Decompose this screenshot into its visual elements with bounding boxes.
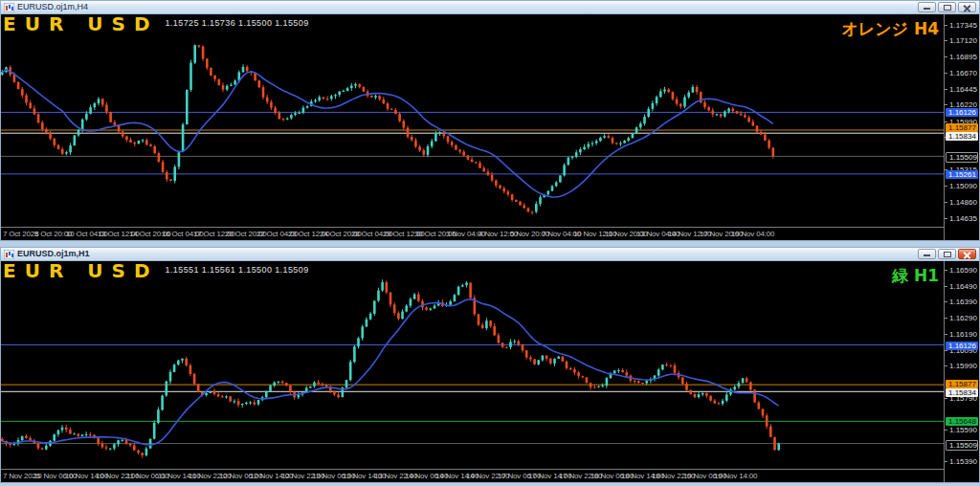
- candlestick-chart-h4: [1, 14, 944, 226]
- price-tick-label: 1.16445: [945, 86, 979, 94]
- window-controls: [918, 2, 976, 12]
- window-titlebar[interactable]: EURUSD.oj1m,H4: [1, 1, 979, 14]
- window-title: EURUSD.oj1m,H1: [17, 248, 90, 260]
- price-level-label: 1.15877: [946, 380, 978, 388]
- price-tick-label: 1.14635: [945, 215, 979, 223]
- price-tick-label: 1.15590: [945, 427, 979, 434]
- time-tick-label: 19 Nov 04:00: [731, 230, 774, 238]
- price-level-label: 1.16126: [946, 342, 978, 350]
- level-lines-layer: [1, 345, 944, 444]
- price-tick-label: 1.16670: [945, 70, 979, 77]
- chart-icon: [4, 250, 14, 259]
- close-button[interactable]: [958, 2, 976, 12]
- close-button[interactable]: [958, 249, 976, 259]
- chart-body: EUR USD 1.15725 1.15736 1.15500 1.15509 …: [1, 14, 979, 240]
- price-tick-label: 1.15390: [945, 458, 979, 466]
- level-lines-layer: [1, 112, 944, 173]
- price-tick-label: 1.16190: [945, 331, 979, 339]
- price-axis[interactable]: 1.165901.164901.163901.162901.161901.160…: [944, 261, 979, 482]
- time-tick-label: 7 Oct 2025: [3, 230, 38, 238]
- price-tick-label: 1.14860: [945, 199, 979, 207]
- chart-body: EUR USD 1.15551 1.15561 1.15500 1.15509 …: [1, 261, 979, 482]
- price-level-label: 1.15877: [946, 123, 978, 132]
- time-tick-label: 19 Nov 14:00: [714, 472, 757, 480]
- bid-price-label: 1.15509: [946, 152, 978, 163]
- candles-layer: [1, 44, 774, 214]
- price-level-label: 1.15261: [946, 170, 978, 179]
- minimize-button[interactable]: [918, 2, 936, 12]
- chart-window-h1: EURUSD.oj1m,H1 EUR USD 1.15551 1.15561 1…: [0, 247, 980, 483]
- price-level-label: 1.15834: [946, 132, 978, 141]
- price-tick-label: 1.16290: [945, 315, 979, 322]
- price-axis[interactable]: 1.173451.171201.168951.166701.164451.162…: [944, 14, 979, 240]
- time-axis[interactable]: 7 Nov 202510 Nov 06:0010 Nov 14:0010 Nov…: [1, 469, 944, 482]
- window-title: EURUSD.oj1m,H4: [17, 1, 88, 13]
- restore-button[interactable]: [938, 249, 956, 259]
- price-level-label: 1.15834: [946, 388, 978, 397]
- price-tick-label: 1.16895: [945, 54, 979, 61]
- price-tick-label: 1.15090: [945, 183, 979, 190]
- price-tick-label: 1.15990: [945, 363, 979, 370]
- mt4-workspace: { "app": { "background": "#b7cfe7" }, "w…: [0, 0, 980, 486]
- price-tick-label: 1.16490: [945, 283, 979, 291]
- bid-price-label: 1.15509: [946, 440, 978, 451]
- price-level-label: 1.15648: [946, 417, 978, 426]
- price-tick-label: 1.16390: [945, 298, 979, 306]
- price-tick-label: 1.17120: [945, 37, 979, 45]
- time-axis[interactable]: 7 Oct 20258 Oct 20:0010 Oct 04:0013 Oct …: [1, 227, 944, 240]
- price-tick-label: 1.17345: [945, 22, 979, 30]
- chart-plot-h4[interactable]: [1, 14, 944, 226]
- chart-icon: [4, 3, 14, 12]
- chart-window-h4: EURUSD.oj1m,H4 EUR USD 1.15725 1.15736 1…: [0, 0, 980, 241]
- chart-plot-h1[interactable]: [1, 261, 944, 468]
- restore-button[interactable]: [938, 2, 956, 12]
- window-controls: [918, 249, 976, 259]
- candles-layer: [1, 279, 780, 458]
- minimize-button[interactable]: [918, 249, 936, 259]
- price-tick-label: 1.16590: [945, 267, 979, 275]
- window-titlebar[interactable]: EURUSD.oj1m,H1: [1, 248, 979, 261]
- moving-average-line: [2, 299, 778, 445]
- price-level-label: 1.16126: [946, 108, 978, 117]
- candlestick-chart-h1: [1, 261, 944, 468]
